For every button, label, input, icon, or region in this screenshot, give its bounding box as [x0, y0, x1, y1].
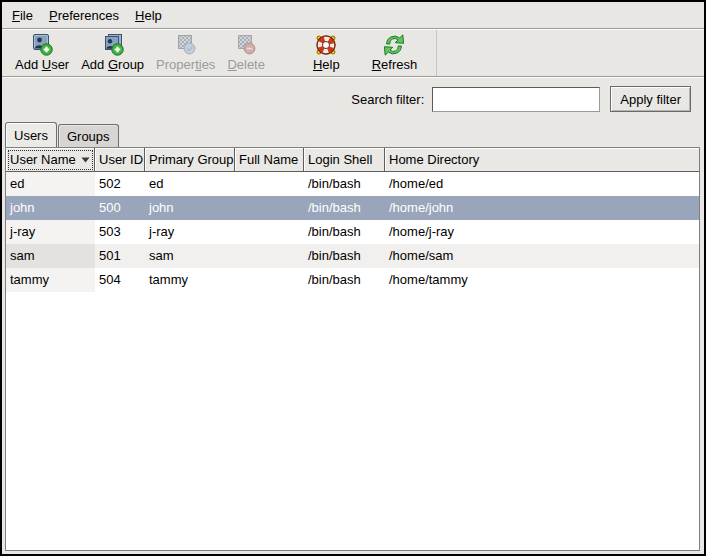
table-row-john-selected[interactable]: john 500 john /bin/bash /home/john — [6, 196, 699, 220]
users-table: User Name User ID Primary Group Full Nam… — [5, 147, 700, 551]
sort-down-icon — [77, 157, 90, 163]
toolbar: Add User Add Group — [2, 30, 437, 76]
user-manager-window: File Preferences Help Add User — [0, 0, 706, 556]
table-row-tammy[interactable]: tammy 504 tammy /bin/bash /home/tammy — [6, 268, 699, 292]
column-header-full-name[interactable]: Full Name — [235, 148, 304, 172]
apply-filter-button[interactable]: Apply filter — [610, 86, 691, 112]
menu-help[interactable]: Help — [127, 5, 170, 26]
menu-file[interactable]: File — [4, 5, 41, 26]
add-group-icon — [101, 33, 125, 57]
properties-button: Properties — [153, 32, 218, 73]
table-header-row: User Name User ID Primary Group Full Nam… — [6, 148, 699, 172]
column-header-primary-group[interactable]: Primary Group — [145, 148, 235, 172]
column-header-home-directory[interactable]: Home Directory — [385, 148, 699, 172]
column-header-user-name[interactable]: User Name — [6, 148, 95, 172]
help-button[interactable]: Help — [310, 32, 343, 73]
table-row-ed[interactable]: ed 502 ed /bin/bash /home/ed — [6, 172, 699, 196]
delete-icon — [234, 33, 258, 57]
search-filter-row: Search filter: Apply filter — [2, 78, 704, 120]
delete-button: Delete — [224, 32, 268, 73]
notebook-tabs: Users Groups — [2, 120, 704, 147]
search-filter-input[interactable] — [432, 87, 600, 112]
column-header-login-shell[interactable]: Login Shell — [304, 148, 385, 172]
table-row-sam[interactable]: sam 501 sam /bin/bash /home/sam — [6, 244, 699, 268]
tab-users[interactable]: Users — [5, 122, 57, 147]
column-header-user-id[interactable]: User ID — [95, 148, 145, 172]
table-row-j-ray[interactable]: j-ray 503 j-ray /bin/bash /home/j-ray — [6, 220, 699, 244]
tab-groups[interactable]: Groups — [58, 124, 119, 147]
add-group-button[interactable]: Add Group — [78, 32, 147, 73]
search-filter-label: Search filter: — [351, 92, 424, 107]
help-icon — [314, 33, 338, 57]
refresh-button[interactable]: Refresh — [369, 32, 421, 73]
table-body: ed 502 ed /bin/bash /home/ed john 500 jo… — [6, 172, 699, 550]
menubar: File Preferences Help — [2, 2, 704, 28]
add-user-icon — [30, 33, 54, 57]
refresh-icon — [382, 33, 406, 57]
menu-preferences[interactable]: Preferences — [41, 5, 127, 26]
properties-icon — [174, 33, 198, 57]
add-user-button[interactable]: Add User — [12, 32, 72, 73]
